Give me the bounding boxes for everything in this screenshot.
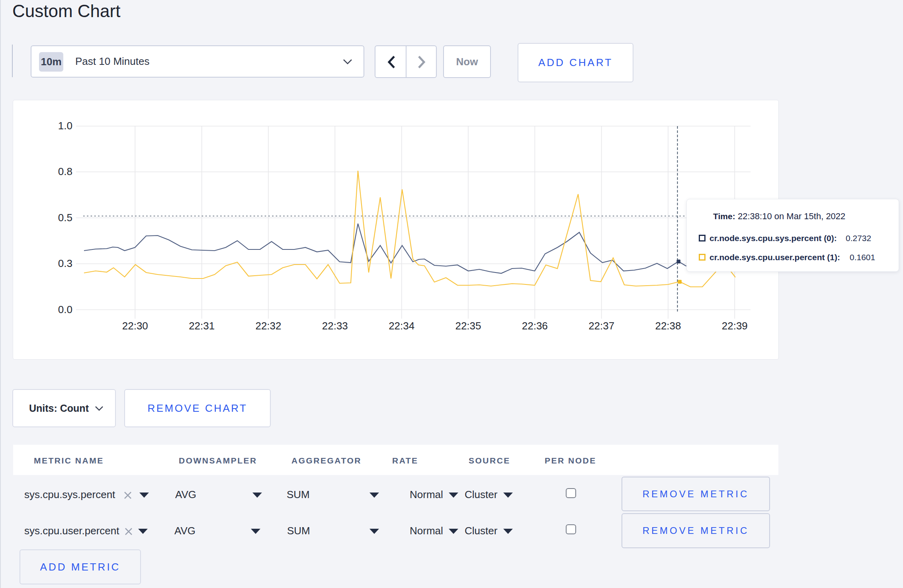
svg-text:22:34: 22:34 [389,320,414,332]
svg-text:1.0: 1.0 [58,120,72,132]
svg-text:22:35: 22:35 [455,320,481,332]
svg-text:22:30: 22:30 [122,320,148,332]
svg-text:22:37: 22:37 [588,320,614,332]
svg-text:22:33: 22:33 [322,320,348,332]
svg-text:0.3: 0.3 [58,257,72,269]
svg-text:22:32: 22:32 [255,320,281,332]
svg-text:0.0: 0.0 [58,304,72,315]
svg-text:22:31: 22:31 [189,320,215,332]
svg-text:0.8: 0.8 [58,165,72,177]
svg-text:22:38: 22:38 [655,320,681,332]
svg-text:22:36: 22:36 [522,320,548,332]
svg-text:22:39: 22:39 [722,320,748,332]
svg-text:0.5: 0.5 [58,212,72,224]
